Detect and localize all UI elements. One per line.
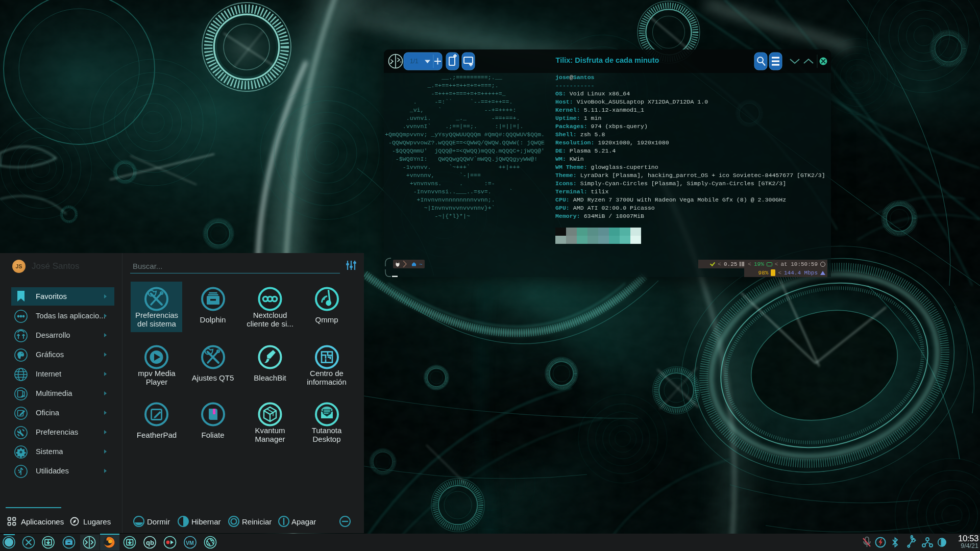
- svg-text:~: ~: [419, 262, 423, 268]
- svg-text:VM: VM: [186, 540, 194, 546]
- svg-text:qb: qb: [146, 539, 154, 546]
